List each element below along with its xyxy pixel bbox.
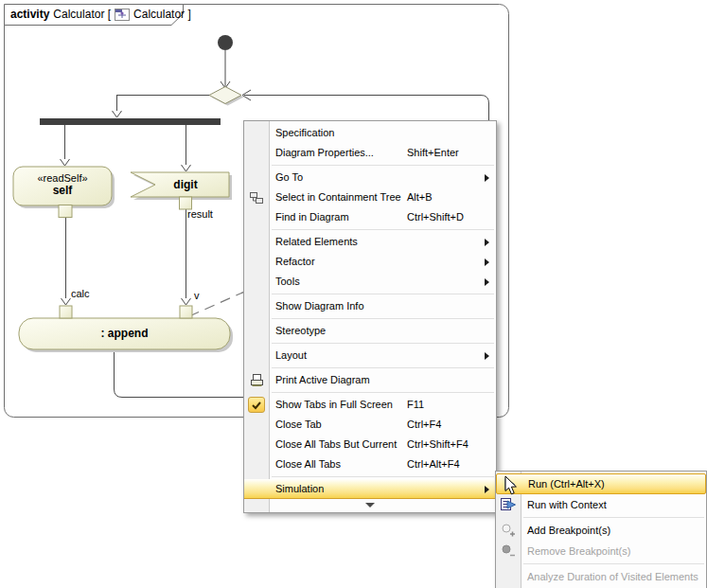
submenu-arrow-icon [485,278,489,286]
append-name: : append [19,327,230,340]
append-calc-pin[interactable] [60,306,72,318]
menu-item-diagram-properties[interactable]: Diagram Properties... Shift+Enter [244,143,496,163]
menu-shortcut: Shift+Enter [407,143,459,163]
menu-item-label: Tools [275,276,300,287]
menu-item-label: Specification [275,127,334,138]
diagram-context-menu: Specification Diagram Properties... Shif… [243,120,497,513]
application-canvas: activity Calculator [ Calculator ] «read… [0,0,707,588]
menu-item-label: Add Breakpoint(s) [527,525,610,536]
menu-separator [272,294,494,294]
menu-shortcut: Ctrl+Shift+D [407,207,464,227]
menu-item-label: Show Diagram Info [275,300,364,312]
calc-pin-label: calc [71,288,90,299]
digit-name: digit [142,178,229,191]
menu-shortcut: F11 [407,395,424,415]
menu-scroll-down-indicator[interactable] [244,499,496,510]
menu-item-label: Diagram Properties... [275,147,374,158]
menu-item-close-tab[interactable]: Close Tab Ctrl+F4 [244,415,496,435]
menu-item-label: Run (Ctrl+Alt+X) [528,478,605,490]
submenu-item-run[interactable]: Run (Ctrl+Alt+X) [496,473,706,494]
frame-header: activity Calculator [ Calculator ] [10,8,191,21]
print-icon [248,372,265,389]
menu-separator [272,476,494,477]
menu-item-label: Simulation [275,483,324,494]
menu-item-show-diagram-info[interactable]: Show Diagram Info [244,296,496,316]
append-label: : append [19,327,230,340]
menu-item-label: Find in Diagram [275,211,349,223]
menu-item-related-elements[interactable]: Related Elements [244,232,496,252]
menu-separator [272,367,494,368]
menu-item-print-active-diagram[interactable]: Print Active Diagram [244,370,496,390]
frame-view-name: Calculator ] [133,8,191,21]
scroll-down-icon [365,503,375,508]
menu-shortcut: Ctrl+Alt+F4 [407,454,460,474]
initial-node[interactable] [218,35,233,50]
self-stereotype: «readSelf» [13,172,112,184]
menu-item-label: Related Elements [275,236,358,247]
menu-item-label: Print Active Diagram [275,374,370,385]
menu-separator [523,517,704,518]
menu-item-stereotype[interactable]: Stereotype [244,321,496,341]
menu-item-label: Go To [275,171,303,183]
submenu-item-run-with-context[interactable]: Run with Context [496,494,706,515]
submenu-arrow-icon [485,486,489,493]
frame-name: Calculator [ [53,8,111,21]
menu-separator [272,343,494,344]
menu-separator [272,392,494,393]
menu-item-specification[interactable]: Specification [244,123,496,143]
menu-item-find-in-diagram[interactable]: Find in Diagram Ctrl+Shift+D [244,207,496,227]
submenu-arrow-icon [485,174,489,182]
menu-item-label: Refactor [275,256,315,267]
menu-separator [272,229,494,230]
run-with-context-icon [500,496,517,513]
submenu-arrow-icon [485,258,489,266]
decision-node[interactable] [209,87,241,104]
menu-item-tools[interactable]: Tools [244,272,496,292]
simulation-submenu: Run (Ctrl+Alt+X) Run with Context [495,471,707,588]
menu-item-label: Select in Containment Tree [275,191,401,203]
submenu-arrow-icon [485,352,489,360]
menu-separator [523,563,704,564]
menu-item-label: Stereotype [275,325,326,336]
menu-shortcut: Alt+B [407,187,433,207]
menu-shortcut: Ctrl+F4 [407,415,441,435]
menu-item-go-to[interactable]: Go To [244,168,496,187]
fork-node[interactable] [40,118,221,125]
submenu-item-remove-breakpoints: Remove Breakpoint(s) [496,541,706,561]
menu-item-refactor[interactable]: Refactor [244,252,496,272]
self-name: self [13,184,112,197]
v-pin-label: v [194,290,200,301]
menu-item-label: Remove Breakpoint(s) [527,545,630,557]
add-breakpoint-icon [500,522,517,539]
menu-item-label: Analyze Duration of Visited Elements [527,571,698,582]
containment-tree-icon [248,189,265,206]
activity-diagram-icon [115,8,130,21]
submenu-arrow-icon [485,239,489,246]
self-action-label: «readSelf» self [13,172,112,197]
menu-item-layout[interactable]: Layout [244,346,496,365]
menu-item-show-tabs-in-full-screen[interactable]: Show Tabs in Full Screen F11 [244,395,496,415]
menu-item-label: Show Tabs in Full Screen [275,399,393,410]
menu-item-close-all-tabs-but-current[interactable]: Close All Tabs But Current Ctrl+Shift+F4 [244,435,496,454]
menu-separator [272,318,494,319]
menu-item-label: Close Tab [275,419,322,430]
mouse-cursor [504,475,520,496]
menu-item-label: Close All Tabs [275,458,341,470]
menu-separator [272,165,494,166]
menu-item-label: Layout [275,349,307,361]
menu-item-close-all-tabs[interactable]: Close All Tabs Ctrl+Alt+F4 [244,454,496,474]
frame-keyword: activity [10,8,49,21]
remove-breakpoint-icon [500,543,517,560]
digit-label: digit [142,178,229,191]
menu-item-label: Close All Tabs But Current [275,438,397,450]
menu-shortcut: Ctrl+Shift+F4 [407,435,468,454]
result-pin-label: result [187,208,213,220]
menu-item-label: Run with Context [527,499,607,510]
menu-item-select-in-containment-tree[interactable]: Select in Containment Tree Alt+B [244,187,496,207]
append-v-pin[interactable] [180,306,192,318]
checked-toggle-icon [248,397,265,414]
menu-item-simulation[interactable]: Simulation [244,479,496,499]
self-output-pin[interactable] [59,205,72,218]
submenu-item-analyze-duration: Analyze Duration of Visited Elements [496,566,706,587]
submenu-item-add-breakpoints[interactable]: Add Breakpoint(s) [496,520,706,541]
